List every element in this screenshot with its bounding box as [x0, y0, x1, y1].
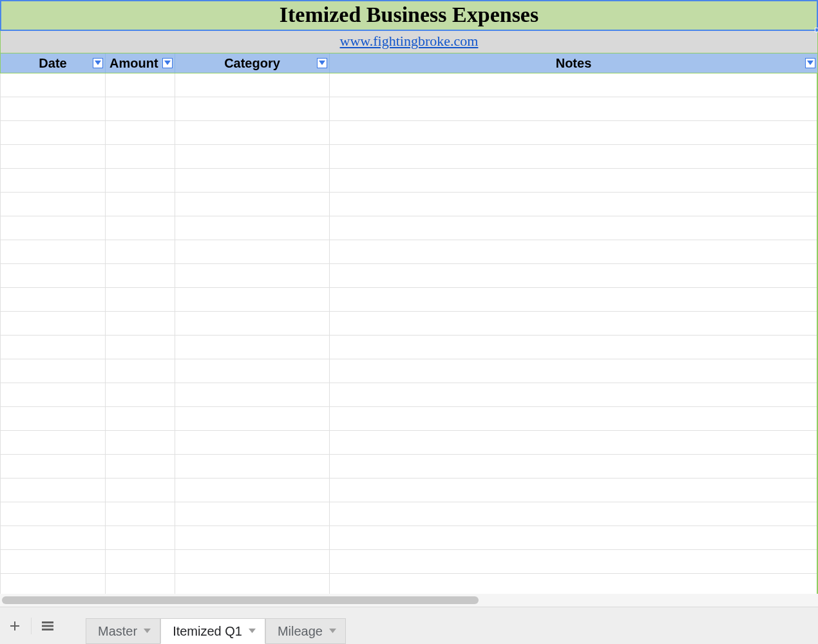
grid-cell[interactable]: [175, 526, 330, 549]
grid-cell[interactable]: [1, 550, 106, 573]
scrollbar-thumb[interactable]: [2, 596, 479, 604]
grid-cell[interactable]: [1, 97, 106, 120]
filter-button-notes[interactable]: [805, 58, 815, 68]
grid-cell[interactable]: [175, 97, 330, 120]
grid-cell[interactable]: [175, 383, 330, 406]
selection-handle[interactable]: [815, 28, 818, 32]
grid-cell[interactable]: [330, 216, 817, 240]
grid-row[interactable]: [1, 359, 817, 383]
grid-cell[interactable]: [1, 502, 106, 526]
grid-cell[interactable]: [1, 431, 106, 454]
grid-row[interactable]: [1, 97, 817, 121]
filter-button-category[interactable]: [317, 58, 327, 68]
grid-cell[interactable]: [1, 169, 106, 192]
all-sheets-button[interactable]: [37, 615, 59, 637]
filter-button-amount[interactable]: [162, 58, 173, 68]
grid-cell[interactable]: [106, 502, 175, 526]
grid-cell[interactable]: [1, 193, 106, 216]
grid-cell[interactable]: [175, 169, 330, 192]
scrollbar-track[interactable]: [2, 596, 816, 604]
grid-cell[interactable]: [1, 383, 106, 406]
grid-cell[interactable]: [106, 240, 175, 263]
grid-cell[interactable]: [330, 502, 817, 526]
grid-cell[interactable]: [1, 455, 106, 478]
sheet-title-cell[interactable]: Itemized Business Expenses: [0, 0, 818, 31]
grid-cell[interactable]: [1, 264, 106, 287]
grid-cell[interactable]: [175, 264, 330, 287]
grid-row[interactable]: [1, 550, 817, 574]
grid-cell[interactable]: [330, 97, 817, 120]
chevron-down-icon[interactable]: [144, 629, 151, 634]
grid-cell[interactable]: [1, 73, 106, 97]
horizontal-scrollbar[interactable]: [0, 594, 818, 607]
column-header-amount[interactable]: Amount: [106, 53, 175, 73]
grid-cell[interactable]: [175, 121, 330, 144]
grid-cell[interactable]: [330, 359, 817, 383]
grid-row[interactable]: [1, 216, 817, 240]
grid-cell[interactable]: [1, 121, 106, 144]
grid-cell[interactable]: [1, 288, 106, 311]
grid-cell[interactable]: [106, 431, 175, 454]
grid-cell[interactable]: [175, 240, 330, 263]
grid-row[interactable]: [1, 574, 817, 594]
column-header-category[interactable]: Category: [175, 53, 330, 73]
grid-cell[interactable]: [1, 145, 106, 168]
grid-cell[interactable]: [330, 526, 817, 549]
grid-row[interactable]: [1, 121, 817, 145]
sheet-tab-master[interactable]: Master: [86, 618, 160, 644]
spreadsheet-grid[interactable]: [0, 73, 818, 594]
grid-cell[interactable]: [106, 312, 175, 335]
column-header-date[interactable]: Date: [1, 53, 106, 73]
grid-cell[interactable]: [1, 478, 106, 502]
grid-cell[interactable]: [175, 288, 330, 311]
sheet-tab-itemized-q1[interactable]: Itemized Q1: [160, 618, 265, 644]
grid-cell[interactable]: [330, 145, 817, 168]
grid-cell[interactable]: [330, 407, 817, 430]
grid-row[interactable]: [1, 240, 817, 264]
grid-cell[interactable]: [1, 336, 106, 359]
grid-cell[interactable]: [106, 288, 175, 311]
grid-cell[interactable]: [1, 574, 106, 594]
grid-cell[interactable]: [330, 574, 817, 594]
filter-button-date[interactable]: [93, 58, 103, 68]
grid-cell[interactable]: [330, 312, 817, 335]
grid-cell[interactable]: [175, 336, 330, 359]
grid-row[interactable]: [1, 264, 817, 288]
grid-cell[interactable]: [106, 455, 175, 478]
grid-cell[interactable]: [330, 169, 817, 192]
grid-cell[interactable]: [330, 121, 817, 144]
grid-row[interactable]: [1, 193, 817, 216]
grid-cell[interactable]: [175, 359, 330, 383]
grid-cell[interactable]: [330, 336, 817, 359]
grid-cell[interactable]: [175, 574, 330, 594]
grid-row[interactable]: [1, 478, 817, 502]
grid-row[interactable]: [1, 407, 817, 431]
grid-cell[interactable]: [106, 193, 175, 216]
grid-cell[interactable]: [175, 550, 330, 573]
grid-cell[interactable]: [175, 431, 330, 454]
grid-cell[interactable]: [330, 455, 817, 478]
grid-row[interactable]: [1, 431, 817, 455]
grid-cell[interactable]: [1, 216, 106, 240]
grid-cell[interactable]: [106, 478, 175, 502]
grid-cell[interactable]: [106, 574, 175, 594]
sheet-tab-mileage[interactable]: Mileage: [265, 618, 346, 644]
grid-cell[interactable]: [175, 73, 330, 97]
grid-cell[interactable]: [106, 407, 175, 430]
grid-cell[interactable]: [1, 359, 106, 383]
grid-cell[interactable]: [330, 550, 817, 573]
column-header-notes[interactable]: Notes: [330, 53, 817, 73]
chevron-down-icon[interactable]: [249, 629, 256, 634]
grid-cell[interactable]: [1, 526, 106, 549]
grid-cell[interactable]: [106, 97, 175, 120]
grid-cell[interactable]: [106, 145, 175, 168]
grid-cell[interactable]: [106, 216, 175, 240]
chevron-down-icon[interactable]: [329, 629, 336, 634]
grid-cell[interactable]: [175, 407, 330, 430]
grid-row[interactable]: [1, 145, 817, 169]
grid-cell[interactable]: [1, 407, 106, 430]
grid-cell[interactable]: [106, 121, 175, 144]
grid-cell[interactable]: [175, 145, 330, 168]
grid-cell[interactable]: [106, 264, 175, 287]
grid-cell[interactable]: [330, 193, 817, 216]
